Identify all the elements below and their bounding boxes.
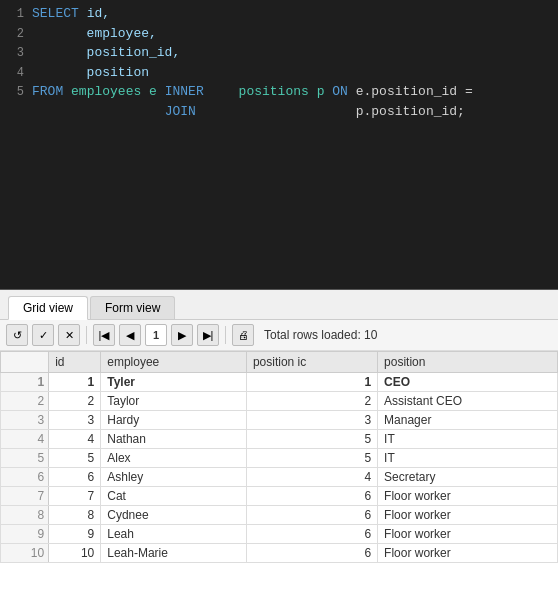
cell-position_ic: 1 [246,373,377,392]
table-row[interactable]: 99Leah6Floor worker [1,525,558,544]
cell-position_ic: 6 [246,544,377,563]
line-num-5: 5 [4,83,24,101]
code-line-3: 3 position_id, [0,43,558,63]
row-num: 8 [1,506,49,525]
code-editor[interactable]: 1 SELECT id, 2 employee, 3 position_id, … [0,0,558,290]
row-num: 1 [1,373,49,392]
table-body: 11Tyler1CEO22Taylor2Assistant CEO33Hardy… [1,373,558,563]
row-num: 2 [1,392,49,411]
cell-position: IT [378,449,558,468]
line-num-1: 1 [4,5,24,23]
total-rows-label: Total rows loaded: 10 [264,328,377,342]
table-row[interactable]: 11Tyler1CEO [1,373,558,392]
tab-form-view[interactable]: Form view [90,296,175,319]
cell-position_ic: 2 [246,392,377,411]
separator-1 [86,326,87,344]
col-header-rownum [1,352,49,373]
cell-employee: Nathan [101,430,247,449]
cell-id: 6 [49,468,101,487]
cell-position_ic: 6 [246,487,377,506]
cell-position: Floor worker [378,525,558,544]
page-number: 1 [145,324,167,346]
table-row[interactable]: 1010Leah-Marie6Floor worker [1,544,558,563]
cell-position: Assistant CEO [378,392,558,411]
row-num: 3 [1,411,49,430]
row-num: 7 [1,487,49,506]
row-num: 10 [1,544,49,563]
table-row[interactable]: 33Hardy3Manager [1,411,558,430]
refresh-button[interactable]: ↺ [6,324,28,346]
table-row[interactable]: 22Taylor2Assistant CEO [1,392,558,411]
code-line-1: 1 SELECT id, [0,4,558,24]
cell-id: 7 [49,487,101,506]
cell-position_ic: 5 [246,449,377,468]
cell-position: Floor worker [378,487,558,506]
cell-position: Floor worker [378,544,558,563]
last-page-button[interactable]: ▶| [197,324,219,346]
tab-grid-view[interactable]: Grid view [8,296,88,320]
cell-id: 1 [49,373,101,392]
kw-select: SELECT [32,4,79,24]
check-button[interactable]: ✓ [32,324,54,346]
cell-employee: Hardy [101,411,247,430]
cell-id: 2 [49,392,101,411]
line-num-4: 4 [4,64,24,82]
code-line-5: 5 FROM employees e INNER JOIN positions … [0,82,558,121]
row-num: 9 [1,525,49,544]
cell-employee: Alex [101,449,247,468]
cell-employee: Leah [101,525,247,544]
cell-id: 5 [49,449,101,468]
print-button[interactable]: 🖨 [232,324,254,346]
cell-id: 8 [49,506,101,525]
cell-employee: Taylor [101,392,247,411]
code-line-4: 4 position [0,63,558,83]
separator-2 [225,326,226,344]
tabs-bar: Grid view Form view [0,290,558,320]
cell-id: 4 [49,430,101,449]
cell-employee: Leah-Marie [101,544,247,563]
cell-position_ic: 6 [246,525,377,544]
table-row[interactable]: 77Cat6Floor worker [1,487,558,506]
first-page-button[interactable]: |◀ [93,324,115,346]
cell-id: 3 [49,411,101,430]
table-row[interactable]: 44Nathan5IT [1,430,558,449]
cell-position: IT [378,430,558,449]
code-line-2: 2 employee, [0,24,558,44]
line-num-3: 3 [4,44,24,62]
cell-id: 9 [49,525,101,544]
data-table: id employee position ic position 11Tyler… [0,351,558,563]
cell-position_ic: 5 [246,430,377,449]
next-page-button[interactable]: ▶ [171,324,193,346]
line-num-2: 2 [4,25,24,43]
table-header-row: id employee position ic position [1,352,558,373]
row-num: 6 [1,468,49,487]
cell-position_ic: 3 [246,411,377,430]
table-row[interactable]: 88Cydnee6Floor worker [1,506,558,525]
table-row[interactable]: 66Ashley4Secretary [1,468,558,487]
cell-position: Secretary [378,468,558,487]
table-row[interactable]: 55Alex5IT [1,449,558,468]
col-header-position-ic: position ic [246,352,377,373]
cancel-button[interactable]: ✕ [58,324,80,346]
col-header-employee: employee [101,352,247,373]
toolbar: ↺ ✓ ✕ |◀ ◀ 1 ▶ ▶| 🖨 Total rows loaded: 1… [0,320,558,351]
cell-position: CEO [378,373,558,392]
grid-container[interactable]: id employee position ic position 11Tyler… [0,351,558,563]
cell-position: Manager [378,411,558,430]
cell-employee: Cat [101,487,247,506]
prev-page-button[interactable]: ◀ [119,324,141,346]
col-header-id: id [49,352,101,373]
row-num: 5 [1,449,49,468]
cell-employee: Ashley [101,468,247,487]
cell-employee: Tyler [101,373,247,392]
col-header-position: position [378,352,558,373]
row-num: 4 [1,430,49,449]
cell-position_ic: 4 [246,468,377,487]
cell-position_ic: 6 [246,506,377,525]
cell-position: Floor worker [378,506,558,525]
cell-id: 10 [49,544,101,563]
cell-employee: Cydnee [101,506,247,525]
